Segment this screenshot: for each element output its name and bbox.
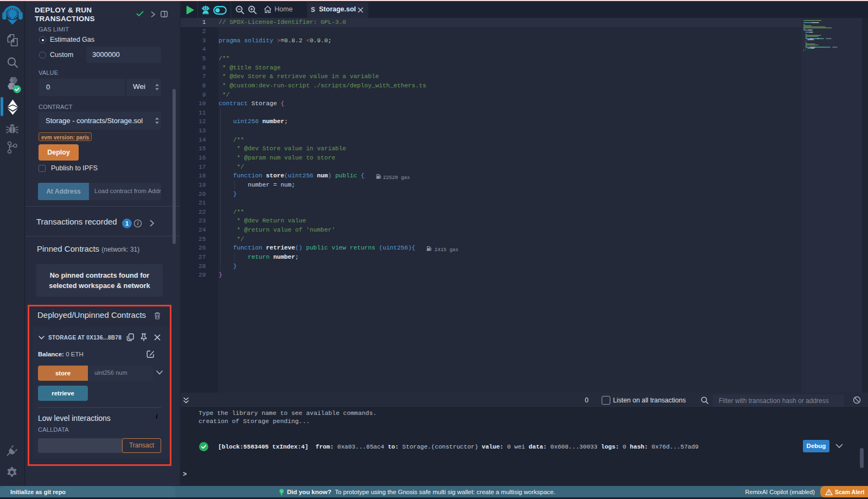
- svg-text:i: i: [137, 221, 139, 226]
